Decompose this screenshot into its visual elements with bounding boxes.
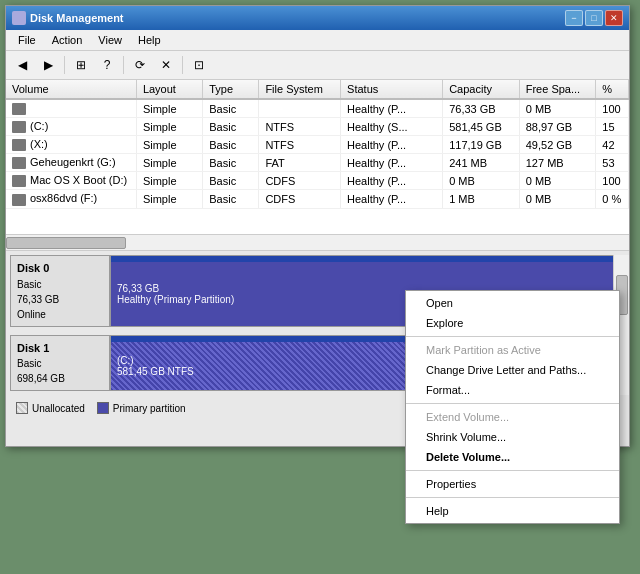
cell-volume: Mac OS X Boot (D:) xyxy=(6,172,136,190)
minimize-button[interactable]: − xyxy=(565,10,583,26)
col-capacity[interactable]: Capacity xyxy=(443,80,520,99)
title-bar-left: Disk Management xyxy=(12,11,124,25)
cell-status: Healthy (S... xyxy=(341,118,443,136)
cell-pct: 100 xyxy=(596,99,629,118)
cell-free: 0 MB xyxy=(519,99,596,118)
sep1 xyxy=(64,56,65,74)
cell-volume: (X:) xyxy=(6,136,136,154)
menu-file[interactable]: File xyxy=(10,32,44,48)
cell-status: Healthy (P... xyxy=(341,190,443,208)
menu-help[interactable]: Help xyxy=(130,32,169,48)
cell-status: Healthy (P... xyxy=(341,136,443,154)
context-menu-item-change-drive-letter-and-paths[interactable]: Change Drive Letter and Paths... xyxy=(406,360,619,380)
cell-free: 49,52 GB xyxy=(519,136,596,154)
context-menu-separator xyxy=(406,403,619,404)
help-button[interactable]: ? xyxy=(95,54,119,76)
cell-pct: 42 xyxy=(596,136,629,154)
volume-table: Volume Layout Type File System Status Ca… xyxy=(6,80,629,209)
disk-1-label: Disk 1 Basic 698,64 GB xyxy=(10,335,110,392)
col-type[interactable]: Type xyxy=(203,80,259,99)
cell-layout: Simple xyxy=(136,190,202,208)
horizontal-scrollbar[interactable] xyxy=(6,235,629,251)
cell-status: Healthy (P... xyxy=(341,154,443,172)
col-free[interactable]: Free Spa... xyxy=(519,80,596,99)
context-menu-separator xyxy=(406,470,619,471)
cell-fs: CDFS xyxy=(259,190,341,208)
cell-volume: osx86dvd (F:) xyxy=(6,190,136,208)
cell-type: Basic xyxy=(203,172,259,190)
properties-button[interactable]: ⊡ xyxy=(187,54,211,76)
cell-volume: (C:) xyxy=(6,118,136,136)
toolbar: ◀ ▶ ⊞ ? ⟳ ✕ ⊡ xyxy=(6,51,629,80)
cell-fs: NTFS xyxy=(259,118,341,136)
legend-unalloc: Unallocated xyxy=(16,402,85,414)
table-row[interactable]: Simple Basic Healthy (P... 76,33 GB 0 MB… xyxy=(6,99,629,118)
table-row[interactable]: Geheugenkrt (G:) Simple Basic FAT Health… xyxy=(6,154,629,172)
refresh-button[interactable]: ⟳ xyxy=(128,54,152,76)
col-status[interactable]: Status xyxy=(341,80,443,99)
table-row[interactable]: Mac OS X Boot (D:) Simple Basic CDFS Hea… xyxy=(6,172,629,190)
cell-type: Basic xyxy=(203,136,259,154)
table-row[interactable]: osx86dvd (F:) Simple Basic CDFS Healthy … xyxy=(6,190,629,208)
context-menu-separator xyxy=(406,336,619,337)
cell-layout: Simple xyxy=(136,154,202,172)
menu-action[interactable]: Action xyxy=(44,32,91,48)
context-menu-item-help[interactable]: Help xyxy=(406,501,619,521)
context-menu-item-mark-partition-as-active: Mark Partition as Active xyxy=(406,340,619,360)
cell-pct: 100 xyxy=(596,172,629,190)
close-button[interactable]: ✕ xyxy=(605,10,623,26)
menu-view[interactable]: View xyxy=(90,32,130,48)
cell-free: 0 MB xyxy=(519,190,596,208)
cancel-button[interactable]: ✕ xyxy=(154,54,178,76)
forward-button[interactable]: ▶ xyxy=(36,54,60,76)
up-button[interactable]: ⊞ xyxy=(69,54,93,76)
context-menu-item-extend-volume: Extend Volume... xyxy=(406,407,619,427)
title-bar: Disk Management − □ ✕ xyxy=(6,6,629,30)
cell-type: Basic xyxy=(203,190,259,208)
cell-type: Basic xyxy=(203,154,259,172)
cell-volume xyxy=(6,99,136,118)
cell-capacity: 76,33 GB xyxy=(443,99,520,118)
disk-0-size: 76,33 GB xyxy=(17,294,59,305)
cell-type: Basic xyxy=(203,99,259,118)
table-row[interactable]: (C:) Simple Basic NTFS Healthy (S... 581… xyxy=(6,118,629,136)
col-volume[interactable]: Volume xyxy=(6,80,136,99)
scroll-track xyxy=(6,235,613,250)
cell-free: 127 MB xyxy=(519,154,596,172)
cell-fs: NTFS xyxy=(259,136,341,154)
volume-table-container: Volume Layout Type File System Status Ca… xyxy=(6,80,629,235)
cell-volume: Geheugenkrt (G:) xyxy=(6,154,136,172)
col-fs[interactable]: File System xyxy=(259,80,341,99)
context-menu-item-properties[interactable]: Properties xyxy=(406,474,619,494)
col-pct[interactable]: % xyxy=(596,80,629,99)
cell-capacity: 581,45 GB xyxy=(443,118,520,136)
col-layout[interactable]: Layout xyxy=(136,80,202,99)
cell-layout: Simple xyxy=(136,118,202,136)
title-buttons: − □ ✕ xyxy=(565,10,623,26)
context-menu-item-format[interactable]: Format... xyxy=(406,380,619,400)
cell-capacity: 1 MB xyxy=(443,190,520,208)
window-title: Disk Management xyxy=(30,12,124,24)
context-menu-item-open[interactable]: Open xyxy=(406,293,619,313)
legend-primary: Primary partition xyxy=(97,402,186,414)
disk-1-type: Basic xyxy=(17,358,41,369)
sep3 xyxy=(182,56,183,74)
cell-type: Basic xyxy=(203,118,259,136)
legend-unalloc-box xyxy=(16,402,28,414)
table-row[interactable]: (X:) Simple Basic NTFS Healthy (P... 117… xyxy=(6,136,629,154)
legend-unalloc-label: Unallocated xyxy=(32,403,85,414)
cell-capacity: 241 MB xyxy=(443,154,520,172)
context-menu-item-explore[interactable]: Explore xyxy=(406,313,619,333)
cell-free: 0 MB xyxy=(519,172,596,190)
cell-status: Healthy (P... xyxy=(341,172,443,190)
context-menu-item-shrink-volume[interactable]: Shrink Volume... xyxy=(406,427,619,447)
cell-fs: CDFS xyxy=(259,172,341,190)
cell-layout: Simple xyxy=(136,136,202,154)
back-button[interactable]: ◀ xyxy=(10,54,34,76)
legend-primary-label: Primary partition xyxy=(113,403,186,414)
context-menu-item-delete-volume[interactable]: Delete Volume... xyxy=(406,447,619,467)
scroll-thumb[interactable] xyxy=(6,237,126,249)
maximize-button[interactable]: □ xyxy=(585,10,603,26)
cell-pct: 15 xyxy=(596,118,629,136)
cell-status: Healthy (P... xyxy=(341,99,443,118)
